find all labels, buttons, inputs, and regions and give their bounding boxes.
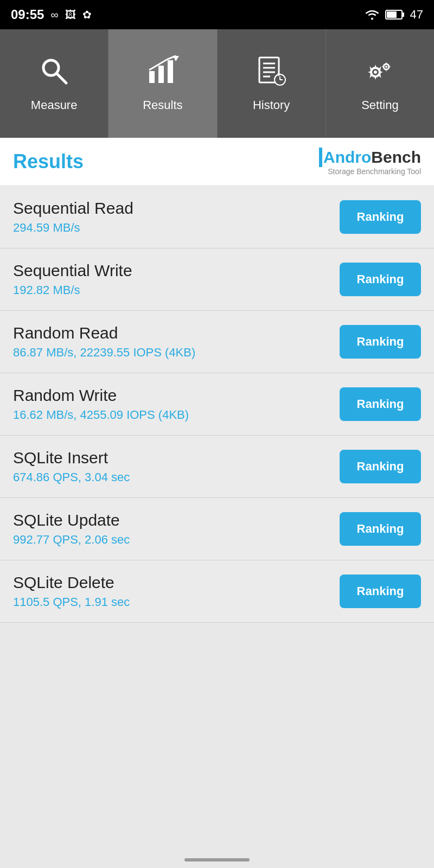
- ranking-button[interactable]: Ranking: [340, 512, 421, 546]
- brand-name: AndroBench: [323, 148, 421, 167]
- tab-setting-label: Setting: [361, 98, 399, 112]
- svg-rect-2: [387, 11, 397, 18]
- result-value: 1105.5 QPS, 1.91 sec: [13, 595, 340, 609]
- ranking-button[interactable]: Ranking: [340, 200, 421, 234]
- status-time: 09:55: [11, 7, 44, 22]
- result-info: SQLite Update992.77 QPS, 2.06 sec: [13, 511, 340, 547]
- result-name: Random Write: [13, 386, 340, 405]
- tab-results-label: Results: [143, 98, 182, 112]
- home-indicator: [184, 858, 250, 861]
- svg-line-4: [56, 73, 66, 83]
- results-header: Results AndroBench Storage Benchmarking …: [0, 138, 434, 186]
- fan-icon: ✿: [82, 8, 92, 21]
- settings-icon: [363, 55, 396, 92]
- result-name: Sequential Read: [13, 199, 340, 218]
- wifi-icon: [365, 9, 380, 21]
- tab-measure[interactable]: Measure: [0, 29, 108, 138]
- result-value: 992.77 QPS, 2.06 sec: [13, 533, 340, 547]
- results-title: Results: [13, 150, 84, 173]
- tab-bar: Measure Results: [0, 29, 434, 138]
- status-bar: 09:55 ∞ 🖼 ✿ 47: [0, 0, 434, 29]
- result-info: Random Read86.87 MB/s, 22239.55 IOPS (4K…: [13, 324, 340, 360]
- brand-logo: AndroBench Storage Benchmarking Tool: [319, 148, 421, 176]
- result-item: SQLite Delete1105.5 QPS, 1.91 secRanking: [0, 560, 434, 623]
- result-item: Sequential Write192.82 MB/sRanking: [0, 248, 434, 311]
- search-icon: [38, 55, 71, 92]
- brand-subtitle: Storage Benchmarking Tool: [328, 167, 421, 176]
- tab-results[interactable]: Results: [108, 29, 217, 138]
- result-name: SQLite Delete: [13, 573, 340, 592]
- tab-history[interactable]: History: [218, 29, 326, 138]
- result-info: Random Write16.62 MB/s, 4255.09 IOPS (4K…: [13, 386, 340, 422]
- svg-rect-5: [149, 71, 155, 83]
- svg-rect-6: [158, 66, 164, 83]
- result-value: 674.86 QPS, 3.04 sec: [13, 470, 340, 484]
- result-name: SQLite Insert: [13, 449, 340, 467]
- result-value: 86.87 MB/s, 22239.55 IOPS (4KB): [13, 346, 340, 360]
- result-item: Random Write16.62 MB/s, 4255.09 IOPS (4K…: [0, 373, 434, 436]
- result-value: 192.82 MB/s: [13, 283, 340, 297]
- result-name: SQLite Update: [13, 511, 340, 529]
- svg-rect-7: [168, 60, 173, 83]
- result-item: SQLite Update992.77 QPS, 2.06 secRanking: [0, 498, 434, 560]
- result-item: Sequential Read294.59 MB/sRanking: [0, 186, 434, 248]
- result-item: Random Read86.87 MB/s, 22239.55 IOPS (4K…: [0, 311, 434, 373]
- svg-point-19: [374, 71, 377, 74]
- result-name: Random Read: [13, 324, 340, 342]
- infinity-icon: ∞: [50, 9, 58, 21]
- picture-icon: 🖼: [65, 9, 76, 21]
- results-list: Sequential Read294.59 MB/sRankingSequent…: [0, 186, 434, 623]
- result-info: Sequential Read294.59 MB/s: [13, 199, 340, 235]
- ranking-button[interactable]: Ranking: [340, 325, 421, 359]
- result-info: Sequential Write192.82 MB/s: [13, 261, 340, 297]
- svg-rect-1: [402, 12, 404, 17]
- chart-icon: [146, 55, 179, 92]
- brand-bench: Bench: [371, 148, 421, 166]
- svg-point-21: [385, 66, 387, 68]
- ranking-button[interactable]: Ranking: [340, 575, 421, 608]
- result-info: SQLite Insert674.86 QPS, 3.04 sec: [13, 449, 340, 484]
- tab-history-label: History: [253, 98, 290, 112]
- tab-measure-label: Measure: [31, 98, 78, 112]
- result-item: SQLite Insert674.86 QPS, 3.04 secRanking: [0, 436, 434, 498]
- status-left: 09:55 ∞ 🖼 ✿: [11, 7, 92, 22]
- result-name: Sequential Write: [13, 261, 340, 280]
- brand-bar-decoration: [319, 148, 322, 167]
- battery-icon: [385, 9, 405, 20]
- tab-setting[interactable]: Setting: [326, 29, 434, 138]
- status-right: 47: [365, 8, 423, 22]
- result-value: 294.59 MB/s: [13, 221, 340, 235]
- svg-marker-8: [173, 56, 179, 61]
- brand-andro: Andro: [323, 148, 371, 166]
- ranking-button[interactable]: Ranking: [340, 450, 421, 483]
- logo-wrapper: AndroBench: [319, 148, 421, 167]
- ranking-button[interactable]: Ranking: [340, 387, 421, 421]
- history-icon: [255, 55, 288, 92]
- battery-level: 47: [410, 8, 423, 22]
- ranking-button[interactable]: Ranking: [340, 263, 421, 296]
- result-info: SQLite Delete1105.5 QPS, 1.91 sec: [13, 573, 340, 609]
- result-value: 16.62 MB/s, 4255.09 IOPS (4KB): [13, 408, 340, 422]
